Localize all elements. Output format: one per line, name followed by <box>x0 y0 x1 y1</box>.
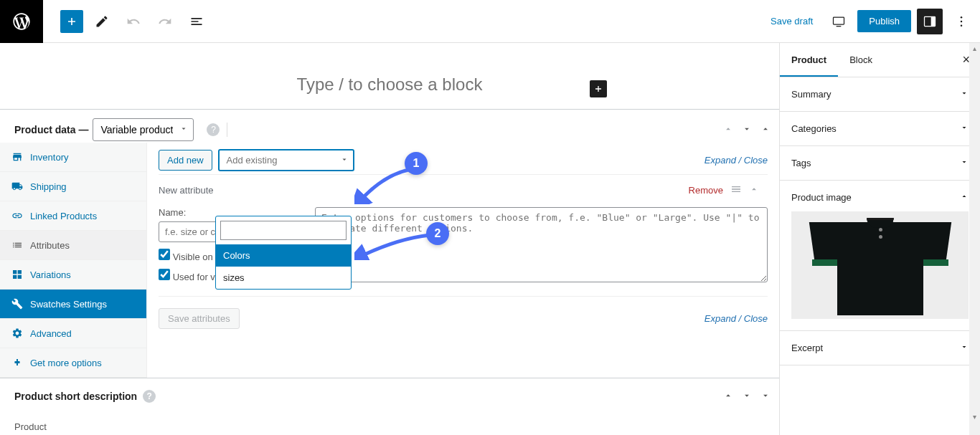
preview-button[interactable] <box>826 9 852 34</box>
tab-label: Linked Products <box>30 211 97 221</box>
chevron-down-icon <box>960 343 969 353</box>
attribute-row-header: New attribute Remove <box>159 174 768 201</box>
link-icon <box>11 210 23 221</box>
panel-tags[interactable]: Tags <box>780 146 980 181</box>
plugins-icon <box>11 357 23 368</box>
move-down-icon[interactable] <box>742 391 752 403</box>
help-icon[interactable]: ? <box>207 123 220 136</box>
expand-collapse-link[interactable]: Expand / Close <box>705 155 768 166</box>
panel-categories[interactable]: Categories <box>780 112 980 146</box>
tab-label: Attributes <box>30 240 70 251</box>
tab-get-more[interactable]: Get more options <box>0 348 146 378</box>
product-data-tabs: Inventory Shipping Linked Products <box>0 143 147 378</box>
svg-point-5 <box>961 20 963 22</box>
tools-icon[interactable] <box>89 9 115 34</box>
product-image <box>812 214 948 317</box>
panel-title: Categories <box>791 123 837 134</box>
product-type-select[interactable]: Variable product <box>93 118 194 141</box>
toolbar-left <box>43 9 209 34</box>
tab-advanced[interactable]: Advanced <box>0 319 146 348</box>
panel-product-image[interactable]: Product image <box>780 181 980 331</box>
remove-link[interactable]: Remove <box>689 185 723 196</box>
undo-icon[interactable] <box>121 9 146 34</box>
panel-title: Product image <box>791 192 852 203</box>
list-icon <box>11 239 23 251</box>
publish-button[interactable]: Publish <box>857 10 911 32</box>
attribute-values-textarea[interactable] <box>315 207 768 282</box>
visible-checkbox[interactable] <box>159 249 170 260</box>
attribute-dropdown: Colors sizes <box>215 216 352 290</box>
settings-toggle-button[interactable] <box>917 9 943 34</box>
help-icon[interactable]: ? <box>143 390 156 403</box>
scroll-down-icon[interactable]: ▾ <box>969 411 980 422</box>
panel-title: Summary <box>791 89 831 100</box>
save-draft-link[interactable]: Save draft <box>763 11 820 31</box>
product-short-description-metabox: Product short description ? <box>0 378 779 414</box>
chevron-down-icon <box>960 123 969 134</box>
editor-area: Type / to choose a block Product data — … <box>0 43 779 435</box>
move-up-icon[interactable] <box>723 124 733 136</box>
collapse-icon[interactable] <box>749 184 759 196</box>
tab-attributes[interactable]: Attributes <box>0 231 146 260</box>
panel-excerpt[interactable]: Excerpt <box>780 331 980 365</box>
tab-label: Shipping <box>30 181 67 192</box>
panel-title: Excerpt <box>791 343 823 353</box>
wordpress-logo[interactable] <box>0 0 43 43</box>
product-data-header: Product data — Variable product ? <box>0 110 779 143</box>
dropdown-option-sizes[interactable]: sizes <box>216 267 351 289</box>
move-up-icon[interactable] <box>723 391 733 403</box>
sidebar-tab-block[interactable]: Block <box>838 43 884 77</box>
redo-icon[interactable] <box>152 9 178 34</box>
toggle-panel-icon[interactable] <box>760 391 771 403</box>
tab-label: Swatches Settings <box>30 299 107 310</box>
grid-icon <box>11 269 23 280</box>
add-new-button[interactable]: Add new <box>159 150 212 171</box>
move-down-icon[interactable] <box>742 124 752 136</box>
tab-label: Advanced <box>30 328 72 339</box>
block-placeholder[interactable]: Type / to choose a block <box>0 43 779 103</box>
panel-title: Tags <box>791 158 811 168</box>
add-existing-placeholder: Add existing <box>227 155 278 166</box>
tab-inventory[interactable]: Inventory <box>0 143 146 172</box>
dropdown-option-colors[interactable]: Colors <box>216 244 351 267</box>
add-existing-select[interactable]: Add existing <box>218 149 354 171</box>
metabox-handles <box>723 124 771 136</box>
tab-linked-products[interactable]: Linked Products <box>0 201 146 231</box>
tab-shipping[interactable]: Shipping <box>0 172 146 201</box>
swatches-icon <box>11 298 23 310</box>
inventory-icon <box>11 151 23 163</box>
save-attributes-button[interactable]: Save attributes <box>159 308 240 329</box>
document-overview-icon[interactable] <box>184 9 209 34</box>
product-data-metabox: Product data — Variable product ? <box>0 109 779 378</box>
dropdown-search-input[interactable] <box>220 221 347 240</box>
shipping-icon <box>11 181 23 192</box>
product-image-preview[interactable] <box>791 211 969 319</box>
more-options-button[interactable] <box>948 9 974 34</box>
short-desc-title: Product short description <box>14 391 137 402</box>
scroll-up-icon[interactable]: ▴ <box>969 43 980 54</box>
product-data-label: Product data — <box>14 124 88 135</box>
reorder-icon[interactable] <box>730 183 742 197</box>
footer-product-label: Product <box>0 414 779 435</box>
editor-scrollbar[interactable]: ▴ ▾ <box>969 43 980 435</box>
sidebar-tab-product[interactable]: Product <box>780 43 838 77</box>
toolbar-right: Save draft Publish <box>763 9 980 34</box>
variations-checkbox[interactable] <box>159 269 170 280</box>
tab-variations[interactable]: Variations <box>0 260 146 290</box>
toggle-panel-icon[interactable] <box>760 124 771 136</box>
chevron-down-icon <box>960 158 969 168</box>
new-attribute-label: New attribute <box>159 185 214 196</box>
chevron-down-icon <box>960 89 969 100</box>
tab-label: Variations <box>30 269 71 280</box>
settings-sidebar: Product Block × Summary Categories Tags … <box>779 43 980 435</box>
tab-label: Inventory <box>30 152 68 163</box>
gear-icon <box>11 328 23 339</box>
insert-block-button[interactable] <box>590 80 607 97</box>
svg-rect-3 <box>931 16 936 26</box>
expand-collapse-link-bottom[interactable]: Expand / Close <box>705 313 768 324</box>
svg-point-4 <box>961 16 963 18</box>
tab-swatches-settings[interactable]: Swatches Settings <box>0 290 146 319</box>
add-block-button[interactable] <box>60 10 83 33</box>
panel-summary[interactable]: Summary <box>780 77 980 112</box>
tab-label: Get more options <box>30 358 102 368</box>
